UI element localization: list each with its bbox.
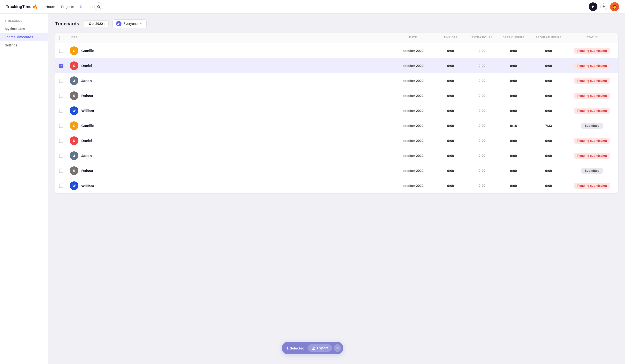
table-row[interactable]: C Camille october 2022 0:00 0:00 0:18 7:… — [55, 118, 618, 133]
next-period-button[interactable]: › — [104, 22, 105, 26]
row-checkbox[interactable] — [59, 139, 63, 143]
row-break-hours: 0:00 — [498, 62, 529, 70]
row-checkbox[interactable]: ✓ — [59, 64, 63, 68]
svg-line-1 — [99, 7, 100, 8]
th-status: STATUS — [568, 33, 616, 43]
user-name: Raissa — [81, 93, 93, 98]
table-row[interactable]: R Raissa october 2022 0:00 0:00 0:00 9:0… — [55, 163, 618, 178]
user-avatar: C — [70, 121, 78, 130]
row-time-off: 0:00 — [435, 92, 466, 100]
play-timer-button[interactable] — [589, 2, 597, 11]
close-toolbar-button[interactable]: × — [334, 344, 342, 352]
row-checkbox[interactable] — [59, 123, 63, 128]
row-break-hours: 0:00 — [498, 47, 529, 55]
nav-projects[interactable]: Projects — [61, 5, 74, 9]
row-break-hours: 0:00 — [498, 107, 529, 115]
table-row[interactable]: D Daniel october 2022 0:00 0:00 0:00 0:0… — [55, 133, 618, 148]
user-name: Jason — [81, 153, 92, 158]
nav-reports[interactable]: Reports — [80, 5, 93, 9]
th-extra-hours: EXTRA HOURS — [466, 33, 498, 43]
row-regular-hours: 0:00 — [529, 182, 568, 190]
table-row[interactable]: W William october 2022 0:00 0:00 0:00 0:… — [55, 178, 618, 193]
table-row[interactable]: R Raissa october 2022 0:00 0:00 0:00 0:0… — [55, 88, 618, 103]
sidebar-item-my-timecards[interactable]: My timecards — [0, 25, 48, 33]
user-cell: W William — [70, 106, 389, 115]
status-badge: Pending submission — [574, 153, 610, 159]
row-date: october 2022 — [391, 92, 435, 100]
row-time-off: 0:00 — [435, 167, 466, 175]
status-badge: Submitted — [581, 123, 603, 129]
nav-hours[interactable]: Hours — [45, 5, 55, 9]
row-checkbox[interactable] — [59, 93, 63, 98]
timecards-table: USER DATE TIME OFF EXTRA HOURS BREAK HOU… — [55, 33, 618, 193]
table-row[interactable]: C Camille october 2022 0:00 0:00 0:00 0:… — [55, 43, 618, 58]
status-badge: Pending submission — [574, 183, 610, 189]
row-extra-hours: 0:00 — [466, 92, 498, 100]
table-row[interactable]: ✓ D Daniel october 2022 0:00 0:00 0:00 0… — [55, 58, 618, 73]
row-user-cell: J Jason — [68, 74, 391, 87]
filter-icon — [116, 21, 122, 26]
row-extra-hours: 0:00 — [466, 62, 498, 70]
table-row[interactable]: J Jason october 2022 0:00 0:00 0:00 0:00… — [55, 148, 618, 163]
export-icon — [312, 346, 315, 350]
row-checkbox[interactable] — [59, 109, 63, 113]
user-avatar: D — [70, 136, 78, 145]
th-date: DATE — [391, 33, 435, 43]
row-user-cell: C Camille — [68, 120, 391, 132]
app-body: TIMECARDS My timecards Teams Timecards S… — [0, 14, 625, 364]
row-break-hours: 0:18 — [498, 122, 529, 130]
table-row[interactable]: J Jason october 2022 0:00 0:00 0:00 0:00… — [55, 73, 618, 88]
user-name: Raissa — [81, 169, 93, 173]
row-status-cell: Pending submission — [568, 151, 616, 161]
row-regular-hours: 0:00 — [529, 77, 568, 85]
row-user-cell: W William — [68, 180, 391, 192]
row-user-cell: D Daniel — [68, 134, 391, 147]
row-regular-hours: 0:00 — [529, 92, 568, 100]
row-status-cell: Pending submission — [568, 181, 616, 191]
filter-label: Everyone — [124, 22, 138, 26]
user-cell: W William — [70, 182, 389, 190]
row-date: october 2022 — [391, 122, 435, 130]
row-date: october 2022 — [391, 62, 435, 70]
sidebar-item-settings[interactable]: Settings — [0, 41, 48, 49]
row-date: october 2022 — [391, 77, 435, 85]
row-checkbox[interactable] — [59, 183, 63, 188]
row-status-cell: Pending submission — [568, 91, 616, 101]
add-button[interactable]: + — [600, 3, 607, 10]
row-checkbox[interactable] — [59, 49, 63, 53]
sidebar-item-teams-timecards[interactable]: Teams Timecards — [0, 33, 48, 41]
row-status-cell: Pending submission — [568, 136, 616, 146]
row-break-hours: 0:00 — [498, 137, 529, 145]
status-badge: Pending submission — [574, 63, 610, 69]
row-regular-hours: 0:00 — [529, 47, 568, 55]
table-body: C Camille october 2022 0:00 0:00 0:00 0:… — [55, 43, 618, 193]
search-button[interactable] — [94, 2, 103, 11]
row-user-cell: J Jason — [68, 150, 391, 162]
everyone-filter[interactable]: Everyone — [113, 19, 147, 28]
row-checkbox[interactable] — [59, 153, 63, 158]
export-label: Export — [317, 346, 328, 350]
row-checkbox[interactable] — [59, 169, 63, 173]
user-avatar[interactable]: 👩 — [610, 2, 619, 11]
user-avatar: D — [70, 61, 78, 70]
row-time-off: 0:00 — [435, 62, 466, 70]
row-status-cell: Submitted — [568, 121, 616, 131]
user-avatar: W — [70, 106, 78, 115]
period-nav[interactable]: ‹ Oct 2022 › — [83, 20, 109, 27]
row-regular-hours: 0:00 — [529, 62, 568, 70]
select-all-checkbox[interactable] — [59, 36, 63, 40]
export-button[interactable]: Export — [307, 344, 332, 352]
table-row[interactable]: W William october 2022 0:00 0:00 0:00 0:… — [55, 103, 618, 118]
user-name: Jason — [81, 79, 92, 83]
logo[interactable]: TrackingTime 🔥 — [6, 4, 38, 9]
row-checkbox[interactable] — [59, 79, 63, 83]
status-badge: Pending submission — [574, 48, 610, 54]
row-date: october 2022 — [391, 107, 435, 115]
row-status-cell: Pending submission — [568, 76, 616, 86]
row-time-off: 0:00 — [435, 107, 466, 115]
user-name: Daniel — [81, 139, 92, 143]
row-status-cell: Pending submission — [568, 106, 616, 116]
prev-period-button[interactable]: ‹ — [86, 22, 87, 26]
row-checkbox-cell — [57, 152, 68, 160]
search-icon — [97, 5, 101, 9]
